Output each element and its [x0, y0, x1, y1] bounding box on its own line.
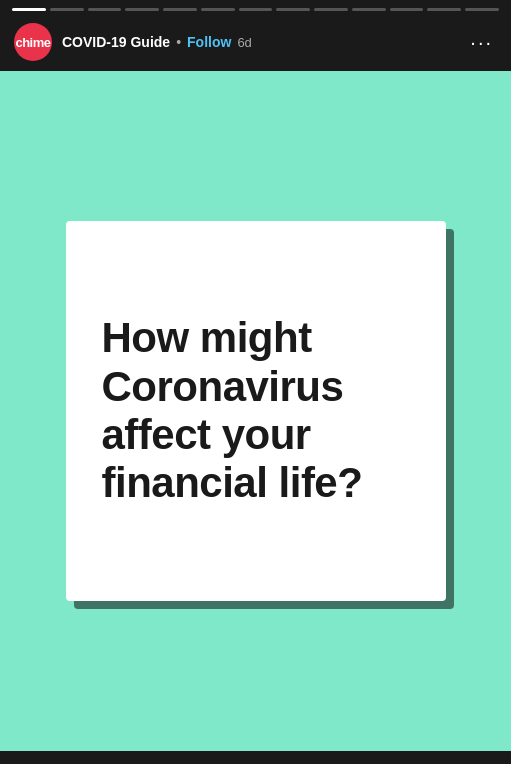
progress-segment-7: [239, 8, 273, 11]
progress-segment-13: [465, 8, 499, 11]
progress-segment-4: [125, 8, 159, 11]
article-card: How might Coronavirus affect your financ…: [66, 221, 446, 601]
progress-segment-11: [390, 8, 424, 11]
progress-bar: [0, 0, 511, 17]
avatar[interactable]: chime: [14, 23, 52, 61]
story-header: chime COVID-19 Guide • Follow 6d ···: [0, 17, 511, 71]
follow-button[interactable]: Follow: [187, 34, 231, 50]
header-left: chime COVID-19 Guide • Follow 6d: [14, 23, 252, 61]
more-options-button[interactable]: ···: [466, 31, 497, 54]
card-headline: How might Coronavirus affect your financ…: [102, 314, 410, 507]
story-image[interactable]: How might Coronavirus affect your financ…: [0, 71, 511, 751]
progress-segment-10: [352, 8, 386, 11]
progress-segment-1: [12, 8, 46, 11]
progress-segment-8: [276, 8, 310, 11]
timestamp: 6d: [237, 35, 251, 50]
account-name: COVID-19 Guide: [62, 34, 170, 50]
story-card: chime COVID-19 Guide • Follow 6d ··· How…: [0, 0, 511, 751]
progress-segment-3: [88, 8, 122, 11]
progress-segment-5: [163, 8, 197, 11]
progress-segment-2: [50, 8, 84, 11]
progress-segment-9: [314, 8, 348, 11]
progress-segment-12: [427, 8, 461, 11]
progress-segment-6: [201, 8, 235, 11]
header-info: COVID-19 Guide • Follow 6d: [62, 34, 252, 50]
avatar-text: chime: [15, 35, 50, 50]
dot-separator: •: [176, 34, 181, 50]
